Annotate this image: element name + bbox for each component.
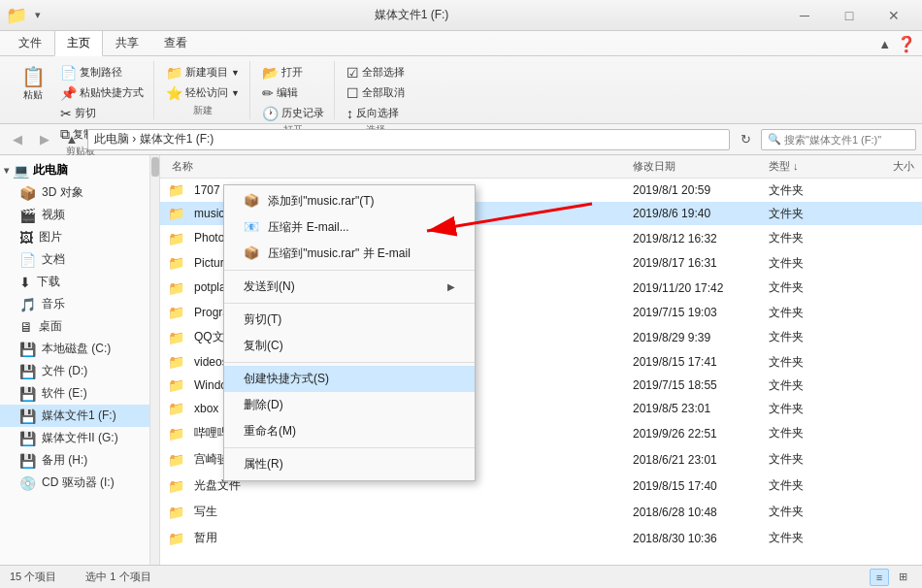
paste-button[interactable]: 📋 粘贴: [14, 63, 52, 104]
rar-icon: 📦: [244, 193, 259, 208]
sidebar-section-this-pc[interactable]: ▾ 💻 此电脑: [0, 159, 149, 181]
maximize-button[interactable]: □: [827, 0, 872, 31]
tab-home[interactable]: 主页: [54, 30, 103, 56]
view-buttons: ≡ ⊞: [870, 569, 912, 586]
drive-g-icon: 💾: [19, 431, 36, 446]
sidebar-item-download[interactable]: ⬇ 下载: [0, 271, 149, 293]
picture-icon: 🖼: [19, 230, 33, 245]
ctx-compress-rar-email[interactable]: 📦 压缩到"music.rar" 并 E-mail: [224, 241, 475, 267]
download-icon: ⬇: [19, 275, 31, 290]
window-title: 媒体文件1 (F:): [41, 7, 782, 23]
minimize-button[interactable]: ─: [782, 0, 827, 31]
file-row[interactable]: 📁 写生 2018/6/28 10:48 文件夹: [160, 499, 922, 525]
sidebar-item-soft-e[interactable]: 💾 软件 (E:): [0, 382, 149, 405]
sidebar-item-local-c[interactable]: 💾 本地磁盘 (C:): [0, 338, 149, 360]
help-icon[interactable]: ❓: [897, 35, 916, 53]
folder-icon: 📁: [168, 452, 184, 468]
tab-view[interactable]: 查看: [151, 30, 200, 55]
compress-rar-icon: 📦: [244, 245, 259, 260]
invert-select-button[interactable]: ↕ 反向选择: [343, 104, 409, 123]
folder-icon: 📁: [168, 377, 184, 393]
sidebar-item-desktop[interactable]: 🖥 桌面: [0, 315, 149, 338]
back-button[interactable]: ◀: [6, 128, 29, 151]
sidebar-item-media-g[interactable]: 💾 媒体文件II (G:): [0, 427, 149, 449]
view-tiles-button[interactable]: ⊞: [893, 569, 912, 586]
tab-file[interactable]: 文件: [6, 30, 54, 55]
history-button[interactable]: 🕐 历史记录: [258, 104, 328, 123]
new-item-button[interactable]: 📁 新建项目 ▼: [162, 63, 244, 82]
cd-i-icon: 💿: [19, 475, 36, 491]
ctx-divider: [224, 447, 475, 448]
close-button[interactable]: ✕: [872, 0, 916, 31]
ctx-create-shortcut[interactable]: 创建快捷方式(S): [224, 366, 475, 392]
ribbon-group-clipboard: 📋 粘贴 📄 复制路径 📌 粘贴快捷方式 ✂ 剪切: [8, 61, 154, 119]
folder-icon: 📁: [168, 531, 184, 546]
ctx-divider: [224, 362, 475, 363]
select-none-button[interactable]: ☐ 全部取消: [343, 83, 409, 103]
ctx-sendto[interactable]: 发送到(N) ▶: [224, 274, 475, 300]
folder-icon: 📁: [168, 330, 184, 345]
sidebar-item-backup-h[interactable]: 💾 备用 (H:): [0, 449, 149, 472]
search-box[interactable]: 🔍: [761, 129, 916, 150]
select-all-button[interactable]: ☑ 全部选择: [343, 63, 409, 82]
open-button[interactable]: 📂 打开: [258, 63, 328, 82]
easy-access-button[interactable]: ⭐ 轻松访问 ▼: [162, 83, 244, 103]
doc-icon: 📄: [19, 252, 36, 268]
music-icon: 🎵: [19, 297, 36, 312]
view-details-button[interactable]: ≡: [870, 569, 889, 586]
ribbon-group-select: ☑ 全部选择 ☐ 全部取消 ↕ 反向选择 选择: [337, 61, 414, 119]
folder-icon: 📁: [168, 255, 184, 271]
col-date[interactable]: 修改日期: [633, 159, 769, 174]
drive-e-icon: 💾: [19, 386, 36, 402]
ctx-add-rar[interactable]: 📦 添加到"music.rar"(T): [224, 188, 475, 214]
sidebar-scrollbar[interactable]: [150, 155, 160, 565]
sidebar-item-3d[interactable]: 📦 3D 对象: [0, 181, 149, 204]
file-row[interactable]: 📁 暂用 2018/8/30 10:36 文件夹: [160, 525, 922, 551]
sidebar-item-media-f[interactable]: 💾 媒体文件1 (F:): [0, 405, 149, 427]
item-count: 15 个项目: [10, 570, 56, 584]
tab-share[interactable]: 共享: [103, 30, 151, 55]
ribbon-collapse-icon[interactable]: ▲: [878, 37, 891, 51]
sidebar-item-cd-i[interactable]: 💿 CD 驱动器 (I:): [0, 472, 149, 494]
up-button[interactable]: ▲: [60, 128, 83, 151]
sidebar-item-picture[interactable]: 🖼 图片: [0, 226, 149, 248]
context-menu: 📦 添加到"music.rar"(T) 📧 压缩并 E-mail... 📦 压缩…: [223, 184, 476, 481]
search-input[interactable]: [784, 134, 909, 146]
submenu-arrow: ▶: [447, 281, 455, 292]
ribbon-group-open: 📂 打开 ✏ 编辑 🕐 历史记录 打开: [252, 61, 335, 119]
folder-icon: 📁: [168, 401, 184, 416]
sidebar-item-file-d[interactable]: 💾 文件 (D:): [0, 360, 149, 382]
col-size[interactable]: 大小: [846, 159, 914, 174]
ctx-properties[interactable]: 属性(R): [224, 451, 475, 477]
ctx-cut[interactable]: 剪切(T): [224, 307, 475, 333]
ctx-divider: [224, 303, 475, 304]
paste-shortcut-button[interactable]: 📌 粘贴快捷方式: [56, 83, 148, 103]
drive-f-icon: 💾: [19, 408, 36, 424]
address-path[interactable]: 此电脑 › 媒体文件1 (F:): [87, 129, 730, 150]
drive-d-icon: 💾: [19, 364, 36, 379]
col-name[interactable]: 名称: [168, 157, 633, 176]
search-icon: 🔍: [768, 133, 781, 146]
ctx-rename[interactable]: 重命名(M): [224, 418, 475, 444]
folder-icon: 📁: [168, 478, 184, 494]
status-bar: 15 个项目 选中 1 个项目 ≡ ⊞: [0, 565, 922, 588]
ribbon-content: 📋 粘贴 📄 复制路径 📌 粘贴快捷方式 ✂ 剪切: [0, 56, 922, 123]
folder-icon: 📁: [168, 354, 184, 370]
forward-button[interactable]: ▶: [33, 128, 56, 151]
col-type[interactable]: 类型 ↓: [769, 159, 846, 174]
sidebar-item-doc[interactable]: 📄 文档: [0, 248, 149, 271]
sidebar-item-music[interactable]: 🎵 音乐: [0, 293, 149, 315]
sidebar-item-video[interactable]: 🎬 视频: [0, 204, 149, 226]
folder-icon: 📁: [168, 505, 184, 520]
ctx-compress-email[interactable]: 📧 压缩并 E-mail...: [224, 214, 475, 241]
title-buttons: ─ □ ✕: [782, 0, 916, 31]
edit-button[interactable]: ✏ 编辑: [258, 83, 328, 103]
ribbon-group-new: 📁 新建项目 ▼ ⭐ 轻松访问 ▼ 新建: [156, 61, 250, 119]
copy-path-button[interactable]: 📄 复制路径: [56, 63, 148, 82]
cut-button[interactable]: ✂ 剪切: [56, 104, 148, 123]
folder-icon: 📁: [168, 280, 184, 296]
refresh-button[interactable]: ↻: [734, 128, 757, 151]
video-icon: 🎬: [19, 208, 36, 223]
ctx-delete[interactable]: 删除(D): [224, 392, 475, 418]
ctx-copy[interactable]: 复制(C): [224, 333, 475, 359]
